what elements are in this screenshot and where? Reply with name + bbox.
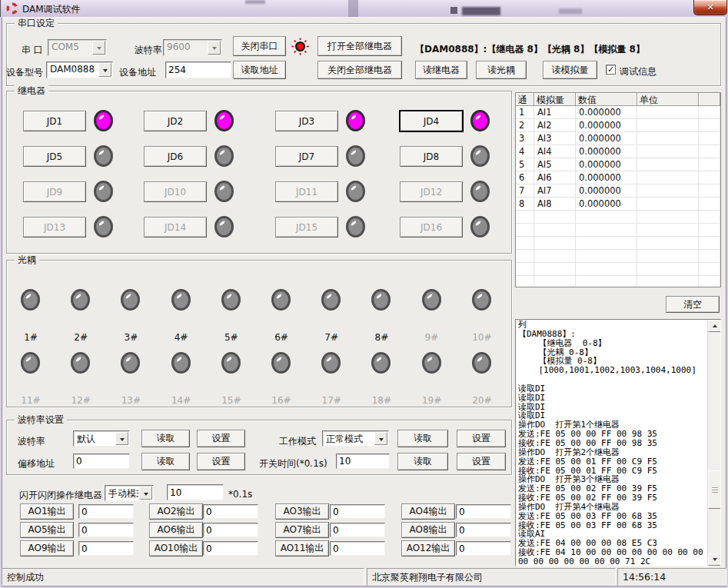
relay-light-jd3 <box>346 110 365 131</box>
scrollbar-thumb[interactable] <box>708 470 721 509</box>
baud-read-button[interactable]: 读取 <box>141 430 190 447</box>
relay-light-jd2 <box>214 110 234 131</box>
table-cell: 0.000000 <box>576 171 637 184</box>
port-label: 串 口 <box>22 44 43 57</box>
relay-button-jd6[interactable]: JD6 <box>144 146 207 167</box>
debug-info-label: 调试信息 <box>620 65 657 78</box>
opto-channel-label: 7# <box>308 332 354 343</box>
flash-mode-combo[interactable]: 手动模式 <box>105 485 154 501</box>
table-row <box>516 224 720 237</box>
analog-col-header <box>699 93 720 106</box>
relay-button-jd5[interactable]: JD5 <box>23 146 86 167</box>
flash-time-input[interactable] <box>167 484 224 500</box>
ao-output-button-5[interactable]: AO5输出 <box>20 522 74 538</box>
baud-set-combo-value: 默认 <box>74 431 115 446</box>
analog-col-header: 数值 <box>576 93 637 106</box>
opto-light-11 <box>21 352 40 374</box>
table-cell <box>699 198 720 211</box>
read-opto-button[interactable]: 读光耦 <box>476 61 527 79</box>
scroll-down-button[interactable] <box>708 553 721 566</box>
ao-output-button-10[interactable]: AO10输出 <box>149 540 203 556</box>
table-cell <box>637 198 699 211</box>
work-mode-combo[interactable]: 正常模式 <box>322 430 389 447</box>
ao-output-input-9[interactable] <box>78 541 134 556</box>
ao-output-button-7[interactable]: AO7输出 <box>275 522 329 538</box>
scroll-up-button[interactable] <box>708 320 721 332</box>
ao-output-input-3[interactable] <box>330 504 385 519</box>
ao-output-input-6[interactable] <box>203 523 258 537</box>
table-row: 1AI10.000000 <box>516 106 720 119</box>
opto-channel-label: 2# <box>58 332 104 343</box>
relay-button-jd1[interactable]: JD1 <box>23 111 86 131</box>
ao-output-button-11[interactable]: AO11输出 <box>275 540 329 556</box>
table-cell <box>534 276 576 287</box>
table-cell <box>699 145 720 158</box>
table-cell: AI4 <box>534 145 576 158</box>
ao-output-input-8[interactable] <box>456 523 511 537</box>
relay-button-jd8[interactable]: JD8 <box>400 146 463 167</box>
work-mode-read-button[interactable]: 读取 <box>397 430 448 447</box>
table-cell <box>699 119 720 132</box>
ao-output-input-7[interactable] <box>330 523 385 537</box>
read-addr-button[interactable]: 读取地址 <box>233 61 286 79</box>
opto-light-16 <box>271 352 291 374</box>
ao-output-button-3[interactable]: AO3输出 <box>275 503 329 520</box>
table-cell <box>516 250 534 263</box>
ao-output-button-6[interactable]: AO6输出 <box>149 522 203 538</box>
close-serial-button[interactable]: 关闭串口 <box>233 36 286 56</box>
baud-set-combo[interactable]: 默认 <box>73 430 130 447</box>
switch-time-read-button[interactable]: 读取 <box>397 453 448 470</box>
table-cell: 5 <box>516 158 534 171</box>
open-all-relays-button[interactable]: 打开全部继电器 <box>317 36 402 56</box>
ao-output-button-12[interactable]: AO12输出 <box>401 540 455 556</box>
device-addr-input[interactable] <box>165 61 231 78</box>
read-relay-button[interactable]: 读继电器 <box>415 61 467 79</box>
ao-output-button-4[interactable]: AO4输出 <box>401 503 455 520</box>
offset-addr-input[interactable] <box>73 453 130 469</box>
ao-output-input-5[interactable] <box>78 523 134 537</box>
offset-read-button[interactable]: 读取 <box>141 453 190 470</box>
baud-label: 波特率 <box>135 44 162 57</box>
ao-output-input-10[interactable] <box>203 541 258 556</box>
offset-set-button[interactable]: 设置 <box>197 453 245 470</box>
log-scrollbar[interactable] <box>707 320 720 566</box>
relay-button-jd3[interactable]: JD3 <box>275 111 338 131</box>
read-analog-button[interactable]: 读模拟量 <box>543 61 597 79</box>
switch-time-set-button[interactable]: 设置 <box>457 453 506 470</box>
analog-table[interactable]: 通模拟量数值单位 1AI10.0000002AI20.0000003AI30.0… <box>515 92 721 287</box>
device-addr-label: 设备地址 <box>119 66 156 79</box>
offset-addr-label: 偏移地址 <box>18 457 55 470</box>
table-row <box>516 237 720 250</box>
log-textbox[interactable]: 列 【DAM0888】: 【继电器 0-8】 【光耦 0-8】 【模拟量 0-8… <box>515 319 721 566</box>
opto-channel-label: 16# <box>258 395 304 406</box>
switch-time-input[interactable] <box>336 453 390 469</box>
ao-output-input-11[interactable] <box>330 541 385 556</box>
clear-log-button[interactable]: 清空 <box>666 296 720 313</box>
baud-set-button[interactable]: 设置 <box>197 430 245 447</box>
table-cell <box>534 250 576 263</box>
work-mode-set-button[interactable]: 设置 <box>457 430 506 447</box>
ao-output-input-2[interactable] <box>203 504 258 519</box>
ao-output-button-1[interactable]: AO1输出 <box>20 503 74 520</box>
close-all-relays-button[interactable]: 关闭全部继电器 <box>317 61 402 79</box>
table-cell: 4 <box>516 145 534 158</box>
opto-channel-label: 3# <box>108 332 154 343</box>
table-cell <box>576 211 637 224</box>
ao-output-button-2[interactable]: AO2输出 <box>149 503 203 520</box>
baud-combo-value: 9600 <box>164 40 207 55</box>
relay-button-jd4[interactable]: JD4 <box>400 111 463 131</box>
opto-light-20 <box>472 352 491 374</box>
ao-output-input-12[interactable] <box>456 541 511 556</box>
table-cell <box>516 263 534 276</box>
ao-output-button-8[interactable]: AO8输出 <box>401 522 455 538</box>
relay-button-jd7[interactable]: JD7 <box>275 146 338 167</box>
table-cell <box>637 106 699 119</box>
ao-output-button-9[interactable]: AO9输出 <box>20 540 74 556</box>
table-cell <box>637 224 699 237</box>
model-combo[interactable]: DAM0888 <box>46 61 113 78</box>
close-button[interactable]: ✕ <box>693 0 727 15</box>
ao-output-input-1[interactable] <box>78 504 134 519</box>
relay-button-jd2[interactable]: JD2 <box>144 111 207 131</box>
ao-output-input-4[interactable] <box>456 504 511 519</box>
debug-info-checkbox[interactable]: ✓ <box>606 65 616 75</box>
